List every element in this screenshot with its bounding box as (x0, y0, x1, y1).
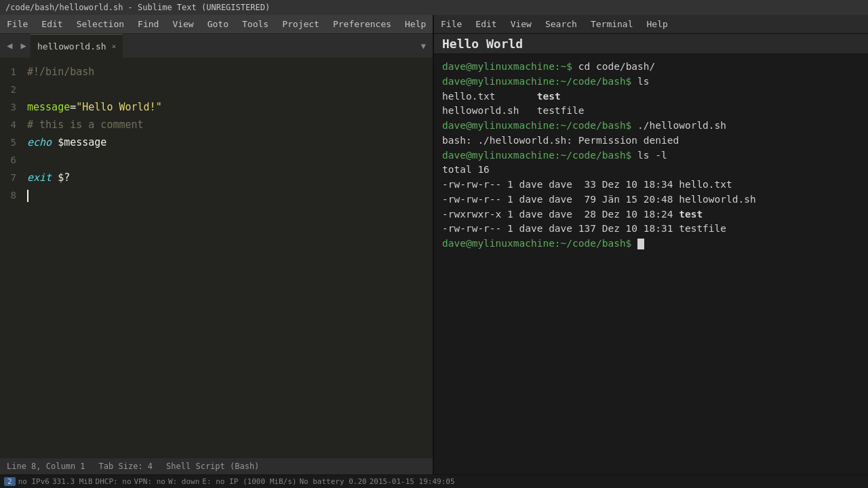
line-number-5: 5 (0, 134, 27, 151)
tab-filename: helloworld.sh (37, 41, 106, 52)
wifi-label: W: down (168, 477, 199, 486)
term-line-4: helloworld.sh testfile (442, 104, 860, 119)
line-content-5: echo $message (27, 134, 106, 151)
tab-close-button[interactable]: × (112, 42, 117, 51)
menu-file[interactable]: File (0, 16, 35, 32)
menu-goto[interactable]: Goto (201, 16, 235, 32)
terminal-title-text: Hello World (442, 37, 523, 51)
code-line-3: 3 message="Hello World!" (0, 98, 433, 116)
memory-label: 331.3 MiB (52, 477, 93, 486)
code-line-5: 5 echo $message (0, 134, 433, 151)
line-number-1: 1 (0, 63, 27, 81)
term-line-9: -rw-rw-r-- 1 dave dave 33 Dez 10 18:34 h… (442, 178, 860, 192)
terminal-pane: File Edit View Search Terminal Help Hell… (434, 15, 868, 474)
term-menu-terminal[interactable]: Terminal (584, 16, 640, 32)
tab-dropdown-button[interactable]: ▼ (417, 41, 430, 51)
code-line-1: 1 #!/bin/bash (0, 63, 433, 81)
term-menu-edit[interactable]: Edit (469, 16, 503, 32)
term-line-10: -rw-rw-r-- 1 dave dave 79 Jän 15 20:48 h… (442, 192, 860, 207)
line-number-8: 8 (0, 186, 27, 204)
term-line-12: -rw-rw-r-- 1 dave dave 137 Dez 10 18:31 … (442, 222, 860, 237)
tab-bar: ◀ ▶ helloworld.sh × ▼ (0, 34, 433, 58)
tab-helloworld[interactable]: helloworld.sh × (31, 34, 123, 58)
vpn-label: VPN: no (134, 477, 165, 486)
line-content-7: exit $? (27, 169, 70, 186)
menu-find[interactable]: Find (131, 16, 165, 32)
terminal-menu-bar: File Edit View Search Terminal Help (434, 15, 868, 34)
tab-next-button[interactable]: ▶ (16, 34, 30, 58)
ethernet-label: E: no IP (1000 MiB/s) (202, 477, 296, 486)
code-line-7: 7 exit $? (0, 169, 433, 186)
term-line-13: dave@mylinuxmachine:~/code/bash$ (442, 237, 860, 251)
code-line-4: 4 # this is a comment (0, 116, 433, 134)
title-text: /code/bash/helloworld.sh - Sublime Text … (5, 3, 270, 12)
editor-status-bar: Line 8, Column 1 Tab Size: 4 Shell Scrip… (0, 458, 433, 474)
datetime-label: 2015-01-15 19:49:05 (370, 477, 455, 486)
term-line-7: dave@mylinuxmachine:~/code/bash$ ls -l (442, 148, 860, 163)
menu-help[interactable]: Help (398, 16, 433, 32)
menu-project[interactable]: Project (275, 16, 326, 32)
dhcp-label: DHCP: no (96, 477, 132, 486)
syntax-info: Shell Script (Bash) (166, 462, 259, 471)
line-content-8 (27, 186, 28, 204)
line-number-3: 3 (0, 98, 27, 116)
line-number-7: 7 (0, 169, 27, 186)
line-content-3: message="Hello World!" (27, 98, 162, 116)
term-line-11: -rwxrwxr-x 1 dave dave 28 Dez 10 18:24 t… (442, 207, 860, 222)
tab-prev-button[interactable]: ◀ (3, 34, 16, 58)
menu-preferences[interactable]: Preferences (326, 16, 398, 32)
cursor-position: Line 8, Column 1 (7, 462, 85, 471)
text-cursor (27, 190, 28, 202)
code-line-8: 8 (0, 186, 433, 204)
term-menu-file[interactable]: File (434, 16, 469, 32)
terminal-output[interactable]: dave@mylinuxmachine:~$ cd code/bash/ dav… (434, 54, 868, 474)
line-content-1: #!/bin/bash (27, 63, 94, 81)
term-line-2: dave@mylinuxmachine:~/code/bash$ ls (442, 75, 860, 89)
terminal-window-title: Hello World (434, 34, 868, 54)
line-indicator: 2 (4, 477, 16, 486)
term-menu-view[interactable]: View (504, 16, 538, 32)
line-number-6: 6 (0, 151, 27, 169)
terminal-cursor (637, 239, 644, 249)
line-content-4: # this is a comment (27, 116, 144, 134)
menu-edit[interactable]: Edit (35, 16, 69, 32)
code-line-2: 2 (0, 81, 433, 98)
system-bar: 2 no IPv6 331.3 MiB DHCP: no VPN: no W: … (0, 474, 868, 488)
term-line-1: dave@mylinuxmachine:~$ cd code/bash/ (442, 60, 860, 75)
line-number-2: 2 (0, 81, 27, 98)
term-line-6: bash: ./helloworld.sh: Permission denied (442, 134, 860, 148)
main-content: File Edit Selection Find View Goto Tools… (0, 15, 868, 474)
term-menu-help[interactable]: Help (640, 16, 675, 32)
editor-pane: File Edit Selection Find View Goto Tools… (0, 15, 434, 474)
term-line-3: hello.txt test (442, 89, 860, 104)
term-line-5: dave@mylinuxmachine:~/code/bash$ ./hello… (442, 119, 860, 134)
no-ipv6-label: no IPv6 (18, 477, 50, 486)
menu-view[interactable]: View (165, 16, 200, 32)
title-bar: /code/bash/helloworld.sh - Sublime Text … (0, 0, 868, 15)
menu-selection[interactable]: Selection (70, 16, 131, 32)
menu-tools[interactable]: Tools (235, 16, 275, 32)
code-editor[interactable]: 1 #!/bin/bash 2 3 message="Hello World!"… (0, 58, 433, 458)
term-line-8: total 16 (442, 163, 860, 178)
editor-menu-bar: File Edit Selection Find View Goto Tools… (0, 15, 433, 34)
line-number-4: 4 (0, 116, 27, 134)
tab-size-info: Tab Size: 4 (99, 462, 153, 471)
code-line-6: 6 (0, 151, 433, 169)
battery-label: No battery 0.20 (299, 477, 366, 486)
term-menu-search[interactable]: Search (538, 16, 584, 32)
